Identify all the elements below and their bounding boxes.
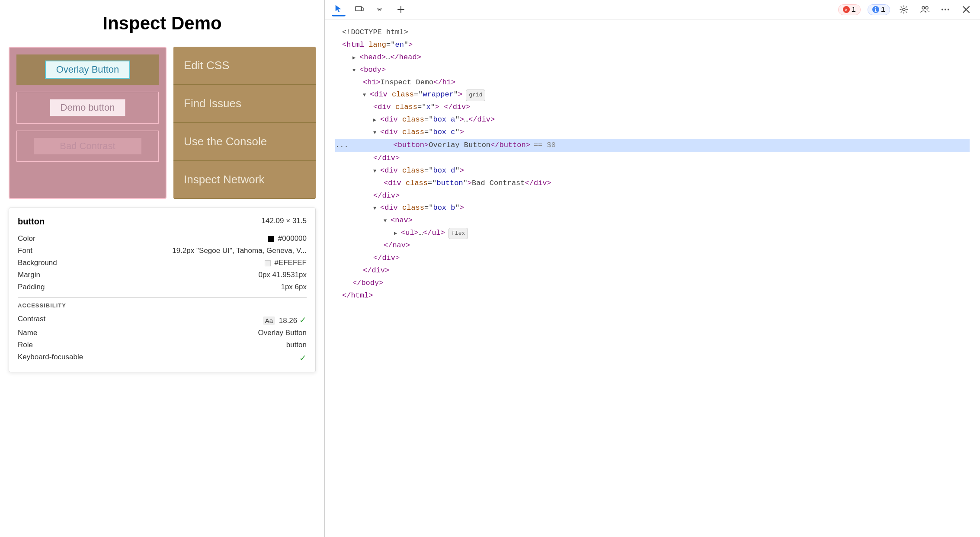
- html-tree-line[interactable]: <nav>: [335, 214, 970, 227]
- tree-toggle[interactable]: [352, 64, 359, 77]
- keyboard-check-icon: ✓: [299, 353, 307, 363]
- devtools-html-content: <!DOCTYPE html><html lang="en"><head>…</…: [325, 19, 980, 537]
- tree-toggle[interactable]: [373, 165, 380, 177]
- background-value: #EFEFEF: [265, 259, 307, 267]
- contrast-label: Contrast: [18, 315, 45, 325]
- responsive-tool-button[interactable]: [352, 3, 366, 16]
- svg-point-5: [922, 6, 925, 9]
- svg-rect-0: [355, 6, 362, 11]
- warning-count: 1: [881, 6, 885, 14]
- color-swatch-white: [265, 260, 271, 266]
- html-tree-line[interactable]: </html>: [335, 290, 970, 302]
- name-label: Name: [18, 329, 37, 337]
- tree-toggle[interactable]: [373, 126, 380, 139]
- svg-point-4: [903, 8, 905, 11]
- tree-toggle[interactable]: [373, 114, 380, 126]
- color-label: Color: [18, 234, 35, 243]
- html-tree-line[interactable]: <div class="box b">: [335, 202, 970, 214]
- html-tree-line[interactable]: <head>…</head>: [335, 51, 970, 64]
- margin-label: Margin: [18, 271, 40, 279]
- tree-toggle[interactable]: [363, 89, 370, 101]
- font-label: Font: [18, 246, 32, 255]
- html-tree-line[interactable]: </body>: [335, 277, 970, 290]
- padding-value: 1px 6px: [281, 283, 307, 291]
- role-value: button: [286, 341, 307, 349]
- settings-button[interactable]: [897, 3, 911, 16]
- left-panel: Inspect Demo Overlay Button Demo button …: [0, 0, 324, 537]
- svg-point-9: [948, 9, 949, 10]
- html-tree-line[interactable]: <body>: [335, 64, 970, 77]
- html-tree-line[interactable]: <div class="x"> </div>: [335, 101, 970, 114]
- color-swatch-black: [268, 236, 274, 242]
- selected-indicator: ...: [335, 139, 349, 152]
- error-badge[interactable]: ✕ 1: [838, 4, 861, 15]
- overlay-button-wrapper: Overlay Button: [16, 54, 159, 85]
- error-dot: ✕: [843, 6, 850, 13]
- box-a: Overlay Button Demo button Bad Contrast: [9, 47, 167, 199]
- nav-item-inspect-network[interactable]: Inspect Network: [173, 161, 316, 199]
- html-tree-line[interactable]: <div class="box d">: [335, 165, 970, 177]
- add-tab-button[interactable]: [394, 3, 408, 16]
- svg-point-8: [945, 9, 946, 10]
- tree-toggle[interactable]: [373, 202, 380, 214]
- font-value: 19.2px "Segoe UI", Tahoma, Geneva, V...: [172, 246, 307, 255]
- devtools-panel: ✕ 1 ℹ 1: [324, 0, 980, 537]
- padding-label: Padding: [18, 283, 45, 291]
- margin-value: 0px 41.9531px: [258, 271, 307, 279]
- tree-toggle[interactable]: [384, 214, 391, 227]
- box-b: Edit CSS Find Issues Use the Console Ins…: [173, 47, 316, 199]
- error-count: 1: [852, 6, 856, 14]
- html-tree-line[interactable]: <ul>…</ul>flex: [335, 227, 970, 240]
- layout-badge: grid: [466, 90, 485, 101]
- svg-rect-1: [361, 8, 363, 11]
- keyboard-focusable-value: ✓: [299, 353, 307, 363]
- html-tree-line[interactable]: <div class="wrapper">grid: [335, 89, 970, 101]
- keyboard-focusable-label: Keyboard-focusable: [18, 353, 83, 363]
- background-label: Background: [18, 259, 57, 267]
- bad-contrast-button[interactable]: Bad Contrast: [34, 138, 141, 154]
- html-tree-line[interactable]: <h1>Inspect Demo</h1>: [335, 77, 970, 89]
- close-button[interactable]: [959, 3, 973, 16]
- html-tree-line[interactable]: </nav>: [335, 240, 970, 252]
- dollar-sign: == $0: [534, 139, 556, 152]
- nav-item-edit-css[interactable]: Edit CSS: [173, 47, 316, 85]
- overlay-button[interactable]: Overlay Button: [46, 61, 130, 78]
- svg-point-7: [942, 9, 943, 10]
- devtools-toolbar: ✕ 1 ℹ 1: [325, 0, 980, 19]
- html-tree-line[interactable]: </div>: [335, 152, 970, 165]
- accessibility-label: ACCESSIBILITY: [18, 302, 66, 309]
- properties-panel: button 142.09 × 31.5 Color #000000 Font …: [9, 208, 316, 372]
- page-title: Inspect Demo: [102, 13, 221, 34]
- aa-badge: Aa: [263, 316, 275, 325]
- role-label: Role: [18, 341, 33, 349]
- profile-button[interactable]: [918, 3, 932, 16]
- tree-toggle[interactable]: [352, 51, 359, 64]
- demo-button[interactable]: Demo button: [50, 99, 126, 116]
- nav-item-use-console[interactable]: Use the Console: [173, 123, 316, 161]
- html-tree-line[interactable]: <div class="box a">…</div>: [335, 114, 970, 126]
- element-dimensions: 142.09 × 31.5: [262, 217, 307, 231]
- html-tree-line[interactable]: ...<button>Overlay Button</button> == $0: [335, 139, 970, 152]
- element-name: button: [18, 217, 45, 227]
- bad-contrast-wrapper: Bad Contrast: [16, 131, 159, 162]
- html-tree-line[interactable]: <html lang="en">: [335, 39, 970, 51]
- more-tabs-button[interactable]: [373, 3, 387, 16]
- layout-badge: flex: [448, 228, 468, 239]
- html-tree-line[interactable]: <div class="box c">: [335, 126, 970, 139]
- html-tree-line[interactable]: </div>: [335, 252, 970, 265]
- cursor-tool-button[interactable]: [332, 3, 346, 16]
- nav-item-find-issues[interactable]: Find Issues: [173, 85, 316, 123]
- html-tree-line[interactable]: </div>: [335, 265, 970, 277]
- section-divider: [18, 297, 307, 298]
- warning-dot: ℹ: [872, 6, 879, 13]
- html-tree-line[interactable]: <div class="button">Bad Contrast</div>: [335, 177, 970, 190]
- warning-badge[interactable]: ℹ 1: [868, 4, 890, 15]
- name-value: Overlay Button: [258, 329, 307, 337]
- tree-toggle[interactable]: [394, 227, 401, 240]
- demo-area: Overlay Button Demo button Bad Contrast …: [9, 47, 316, 199]
- html-tree-line[interactable]: <!DOCTYPE html>: [335, 26, 970, 39]
- html-tree-line[interactable]: </div>: [335, 190, 970, 202]
- demo-button-wrapper: Demo button: [16, 92, 159, 124]
- svg-point-6: [926, 6, 928, 9]
- more-options-button[interactable]: [938, 3, 952, 16]
